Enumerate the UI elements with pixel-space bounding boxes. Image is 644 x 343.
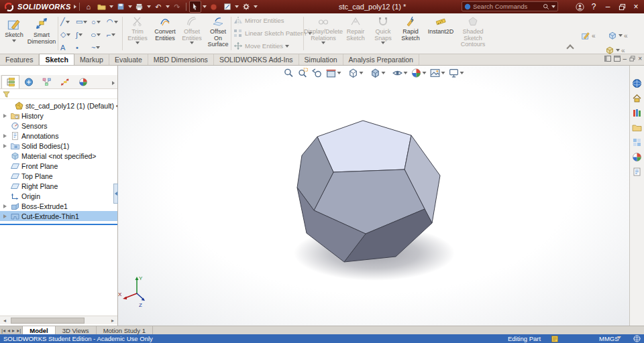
display-style-icon[interactable] [369, 67, 387, 78]
tree-item-history[interactable]: History [0, 111, 117, 121]
motion-study-tab[interactable]: Motion Study 1 [97, 326, 153, 334]
expand-arrow-icon[interactable] [3, 144, 7, 148]
sketch-doc-icon[interactable] [221, 1, 233, 13]
undo-dropdown-caret[interactable] [166, 5, 170, 8]
spline-tool-icon[interactable]: ∫ [74, 28, 90, 41]
rectangle-tool-icon[interactable]: ▭ [74, 15, 90, 28]
units-dropdown-caret[interactable] [617, 336, 621, 339]
user-account-icon[interactable] [573, 1, 586, 13]
doc-restore-icon[interactable] [629, 56, 635, 62]
gear-dropdown-caret[interactable] [254, 5, 258, 8]
float-pane-icon[interactable] [614, 56, 621, 62]
polygon-tool-icon[interactable]: ◇ [59, 28, 74, 41]
graphics-viewport[interactable]: X Y Z [118, 66, 629, 326]
tree-item-origin[interactable]: Origin [0, 191, 117, 201]
note-icon[interactable] [551, 336, 558, 343]
face-top[interactable] [317, 121, 411, 172]
tool-red-icon[interactable] [208, 1, 220, 13]
tab-sketch[interactable]: Sketch [39, 54, 74, 65]
doc-close-icon[interactable]: × [638, 55, 642, 62]
gear-icon[interactable] [240, 1, 252, 13]
arc-tool-icon[interactable]: ◠ [105, 15, 121, 28]
select-tool-icon[interactable] [189, 1, 201, 13]
search-icon[interactable] [543, 3, 549, 10]
open-file-icon[interactable] [96, 1, 108, 13]
floating-toolbar-2[interactable]: « [608, 31, 628, 40]
panel-splitter-handle[interactable] [113, 184, 118, 204]
model-tab[interactable]: Model [23, 326, 55, 334]
panel-horizontal-scrollbar[interactable]: ◂ ▸ [0, 316, 117, 324]
tree-item-front-plane[interactable]: Front Plane [0, 161, 117, 171]
section-view-icon[interactable] [325, 67, 343, 78]
dock-pane-icon[interactable] [604, 56, 611, 62]
expand-arrow-icon[interactable] [3, 204, 7, 208]
open-dropdown-caret[interactable] [109, 5, 113, 8]
tree-item-top-plane[interactable]: Top Plane [0, 171, 117, 181]
tree-item-material[interactable]: Material <not specified> [0, 151, 117, 161]
tree-item-cut-extrude-thin[interactable]: Cut-Extrude-Thin1 [0, 211, 117, 221]
tab-simulation[interactable]: Simulation [299, 54, 343, 65]
apply-scene-icon[interactable] [429, 67, 447, 78]
circle-tool-icon[interactable]: ○ [90, 15, 105, 28]
zoom-to-area-icon[interactable] [297, 67, 310, 78]
search-dropdown-caret[interactable] [551, 5, 555, 8]
convert-entities-button[interactable]: Convert Entities [152, 16, 178, 42]
tab-markup[interactable]: Markup [74, 54, 109, 65]
panel-tabs-overflow-icon[interactable] [112, 76, 115, 88]
configuration-manager-tab[interactable] [38, 75, 56, 88]
text-tool-icon[interactable]: A [59, 41, 74, 54]
dimxpert-manager-tab[interactable] [56, 75, 74, 88]
hide-show-items-icon[interactable] [391, 67, 409, 78]
floating-toolbar-1[interactable]: « [581, 31, 596, 40]
home-resources-icon[interactable] [632, 92, 643, 103]
fillet-tool-icon[interactable]: ⌐ [105, 28, 121, 41]
print-icon[interactable] [133, 1, 146, 13]
first-tab-icon[interactable]: |◂ [1, 328, 5, 334]
tab-mbd-dimensions[interactable]: MBD Dimensions [148, 54, 214, 65]
tab-features[interactable]: Features [0, 54, 39, 65]
prev-tab-icon[interactable]: ◂ [7, 328, 10, 334]
status-globe-icon[interactable] [633, 335, 641, 343]
construction-tool-icon[interactable]: ~ [90, 41, 105, 54]
point-tool-icon[interactable]: • [74, 41, 90, 54]
scroll-left-icon[interactable]: ◂ [0, 316, 9, 324]
design-library-icon[interactable] [632, 107, 643, 118]
tab-solidworks-add-ins[interactable]: SOLIDWORKS Add-Ins [214, 54, 299, 65]
save-dropdown-caret[interactable] [128, 5, 132, 8]
zoom-to-fit-icon[interactable] [282, 67, 296, 78]
instant2d-button[interactable]: Instant2D [425, 16, 456, 36]
undo-icon[interactable]: ↶ [152, 1, 164, 13]
file-explorer-icon[interactable] [632, 122, 643, 133]
sketch-dropdown-caret[interactable] [12, 40, 16, 42]
expand-arrow-icon[interactable] [3, 114, 7, 118]
view-orientation-icon[interactable] [347, 67, 365, 78]
search-commands-box[interactable]: Search Commands [462, 1, 558, 11]
view-palette-icon[interactable] [632, 137, 643, 147]
edit-appearance-icon[interactable] [410, 67, 428, 78]
home-icon[interactable]: ⌂ [83, 1, 95, 13]
rollback-bar[interactable] [0, 224, 117, 225]
tree-item-solid-bodies[interactable]: Solid Bodies(1) [0, 141, 117, 151]
appearances-icon[interactable] [632, 151, 643, 162]
menu-expand-icon[interactable] [74, 5, 76, 9]
offset-on-surface-button[interactable]: Offset On Surface [205, 16, 231, 48]
help-icon[interactable]: ? [587, 1, 600, 13]
save-icon[interactable] [115, 1, 127, 13]
display-manager-tab[interactable] [74, 75, 92, 88]
last-tab-icon[interactable]: ▸| [17, 328, 21, 334]
line-tool-icon[interactable]: ╱ [59, 15, 74, 28]
tree-item-part-root[interactable]: stc_cad_poly12 (1) (Default) <<Defa [0, 100, 117, 111]
tab-analysis-preparation[interactable]: Analysis Preparation [343, 54, 419, 65]
restore-button[interactable] [615, 1, 629, 13]
collapse-ribbon-chevron[interactable] [566, 44, 574, 52]
rapid-sketch-button[interactable]: Rapid Sketch [397, 16, 424, 42]
sketch-dropdown-caret[interactable] [235, 5, 239, 8]
tree-item-boss-extrude[interactable]: Boss-Extrude1 [0, 201, 117, 211]
scroll-right-icon[interactable]: ▸ [108, 316, 117, 324]
close-button[interactable]: × [629, 1, 643, 13]
tab-scroll-controls[interactable]: |◂ ◂ ▸ ▸| [0, 326, 23, 334]
previous-view-icon[interactable] [311, 67, 324, 78]
navigation-globe-icon[interactable] [632, 78, 643, 88]
floating-toolbar-3[interactable]: « [605, 46, 625, 55]
minimize-button[interactable]: – [601, 1, 614, 13]
